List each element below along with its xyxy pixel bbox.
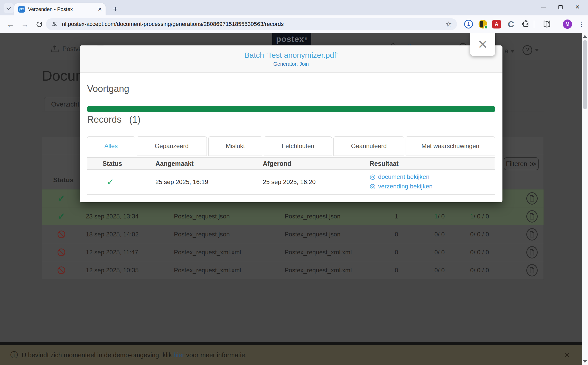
profile-avatar[interactable]: M	[562, 19, 573, 30]
extra-menu-dropdown[interactable]: a	[505, 47, 515, 55]
tab-gepauzeerd[interactable]: Gepauzeerd	[137, 136, 207, 156]
back-button[interactable]: ←	[5, 18, 16, 30]
table-row[interactable]: 12 sep 2025, 10:35 Postex_request_xml.xm…	[42, 261, 544, 279]
minimize-button[interactable]	[535, 0, 552, 14]
browser-menu-button[interactable]: ⋮	[576, 19, 587, 30]
adobe-badge: A	[492, 20, 501, 28]
scroll-down-arrow[interactable]	[583, 360, 587, 363]
browser-tab[interactable]: ptx Verzenden - Postex ✕	[14, 3, 106, 15]
triple-rest: / 0 / 0	[474, 213, 489, 220]
record-status-cell: ✓	[107, 170, 114, 194]
tab-geannuleerd[interactable]: Geannuleerd	[333, 136, 404, 156]
table-row[interactable]: 18 sep 2025, 14:02 Postex_request.json P…	[42, 225, 544, 243]
batch-title-link[interactable]: Batch 'Test anonymizer.pdf'	[244, 51, 338, 60]
banner-close-icon[interactable]: ✕	[564, 351, 570, 360]
extensions-puzzle-icon[interactable]	[520, 19, 531, 30]
pair-count-cell: 1 / 0	[422, 207, 457, 225]
record-row: ✓ 25 sep 2025, 16:19 25 sep 2025, 16:20 …	[87, 170, 495, 194]
chevron-down-icon	[7, 5, 11, 10]
double-chevron-icon: ≫	[530, 160, 537, 168]
window-controls: ✕	[535, 0, 586, 14]
triple-success-count: 0	[470, 267, 473, 274]
scrollbar-thumb[interactable]	[583, 40, 587, 109]
tab-alles[interactable]: Alles	[87, 136, 135, 156]
site-settings-icon[interactable]	[51, 21, 58, 27]
reading-list-button[interactable]	[542, 19, 552, 30]
banner-text-after: voor meer informatie.	[184, 351, 247, 359]
document-action[interactable]	[525, 261, 539, 279]
modal-close-button[interactable]: ✕	[470, 33, 495, 56]
reload-button[interactable]	[33, 18, 45, 30]
tab-fetchfouten[interactable]: Fetchfouten	[264, 136, 332, 156]
date-cell: 12 sep 2025, 11:47	[86, 243, 138, 261]
record-result-links: document bekijken verzending bekijken	[370, 173, 433, 190]
scroll-up-arrow[interactable]	[583, 35, 587, 38]
records-table-header: Status Aangemaakt Afgerond Resultaat	[87, 158, 495, 170]
filter-button[interactable]: Filteren ≫	[504, 157, 539, 170]
page-scrollbar[interactable]	[582, 33, 588, 365]
record-created-cell: 25 sep 2025, 16:19	[155, 170, 208, 194]
adobe-acrobat-extension-icon[interactable]: A	[491, 19, 502, 30]
triple-count-cell: 1 / 0 / 0	[460, 207, 499, 225]
pair-success-count: 1	[434, 213, 438, 220]
clockify-extension-icon[interactable]: C	[506, 19, 516, 30]
minimize-icon	[541, 7, 546, 7]
banner-text: U bevindt zich momenteel in de demo-omge…	[22, 351, 247, 359]
blocked-icon	[57, 230, 66, 239]
document-icon	[526, 264, 538, 276]
tab-met-waarschuwingen[interactable]: Met waarschuwingen	[406, 136, 495, 156]
pair-rest: / 0	[438, 249, 445, 256]
triple-rest: / 0 / 0	[474, 231, 489, 238]
avatar-letter: M	[563, 20, 572, 29]
records-label: Records	[87, 114, 122, 125]
view-document-link[interactable]: document bekijken	[370, 173, 433, 181]
help-question-icon: ?	[522, 45, 532, 55]
triple-rest: / 0 / 0	[474, 267, 489, 274]
tab-close-icon[interactable]: ✕	[98, 6, 102, 12]
view-shipment-link[interactable]: verzending bekijken	[370, 182, 433, 190]
onepassword-extension-icon[interactable]: 1	[463, 19, 474, 30]
status-green-dot	[484, 25, 488, 29]
close-window-button[interactable]: ✕	[569, 0, 586, 14]
result-file-cell: Postex_request_xml.xml	[285, 243, 352, 261]
tab-search-button[interactable]	[4, 3, 14, 13]
request-file-cell: Postex_request_xml.xml	[174, 261, 241, 279]
document-action[interactable]	[525, 243, 539, 261]
url-text[interactable]: nl.postex-accept.com/document-processing…	[62, 21, 442, 27]
logo-text: postex	[276, 34, 304, 44]
triple-count-cell: 0 / 0 / 0	[460, 225, 499, 243]
generator-link[interactable]: Generator: Join	[273, 61, 309, 67]
tab-mislukt[interactable]: Mislukt	[208, 136, 263, 156]
progress-bar	[87, 106, 495, 112]
modal-header: Batch 'Test anonymizer.pdf' Generator: J…	[80, 45, 502, 73]
table-row[interactable]: 12 sep 2025, 11:47 Postex_request_xml.xm…	[42, 243, 544, 261]
triple-count-cell: 0 / 0 / 0	[460, 243, 499, 261]
caret-down-icon	[510, 50, 515, 53]
document-action[interactable]	[525, 207, 539, 225]
extra-menu-label: a	[505, 47, 508, 55]
info-icon: ⓘ	[10, 350, 18, 360]
records-heading: Records (1)	[87, 114, 141, 125]
check-icon: ✓	[58, 211, 65, 222]
document-action[interactable]	[525, 189, 539, 207]
document-action[interactable]	[525, 225, 539, 243]
result-file-cell: Postex_request_xml.xml	[285, 261, 352, 279]
triple-count-cell: 0 / 0 / 0	[460, 261, 499, 279]
resultaat-header: Resultaat	[370, 158, 399, 170]
help-dropdown[interactable]: ?	[522, 45, 539, 55]
extension-icon-yellow[interactable]	[478, 19, 488, 30]
bookmark-star-icon[interactable]: ☆	[445, 20, 452, 28]
forward-button[interactable]: →	[19, 18, 31, 30]
status-cell: ✓	[42, 207, 81, 225]
table-row[interactable]: ✓ 23 sep 2025, 13:34 Postex_request.json…	[42, 207, 544, 225]
postex-logo: postex®	[272, 33, 311, 45]
url-bar[interactable]: nl.postex-accept.com/document-processing…	[46, 18, 457, 30]
banner-text-before: U bevindt zich momenteel in de demo-omge…	[22, 351, 174, 359]
document-icon	[526, 192, 538, 205]
check-icon: ✓	[107, 177, 114, 187]
banner-hier-link[interactable]: hier	[174, 351, 184, 359]
view-document-label: document bekijken	[378, 173, 430, 180]
pair-count-cell: 0 / 0	[422, 225, 457, 243]
maximize-button[interactable]	[552, 0, 569, 14]
new-tab-button[interactable]: +	[110, 4, 121, 14]
